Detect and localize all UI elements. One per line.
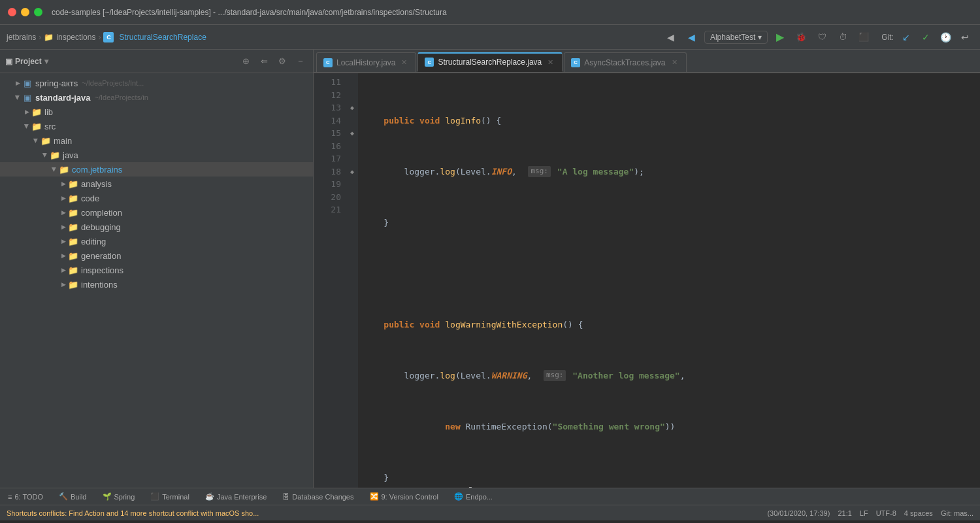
list-item[interactable]: ▶ 📁 main: [0, 133, 313, 148]
list-item[interactable]: ▶ ▣ standard-java ~/IdeaProjects/in: [0, 90, 313, 105]
maximize-button[interactable]: [34, 8, 42, 16]
settings-button[interactable]: ⚙: [275, 54, 289, 69]
code-content[interactable]: public void logInfo() { logger.log(Level…: [358, 73, 980, 488]
db-icon: 🗄: [282, 493, 289, 501]
sidebar-toolbar: ▣ Project ▾ ⊕ ⇐ ⚙ −: [0, 50, 313, 73]
tree-item-label: src: [44, 122, 56, 131]
tool-build-button[interactable]: 🔨 Build: [56, 491, 89, 502]
tree-item-label: generation: [81, 251, 121, 261]
code-line-13: }: [363, 216, 975, 229]
debug-button[interactable]: 🐞: [792, 29, 809, 46]
list-item[interactable]: ▶ 📁 intentions: [0, 277, 313, 292]
collapse-all-button[interactable]: ⇐: [257, 54, 271, 69]
tab-structural-search[interactable]: C StructuralSearchReplace.java ✕: [417, 52, 563, 72]
close-button[interactable]: [8, 8, 16, 16]
tab-close-button[interactable]: ✕: [399, 58, 409, 67]
tree-item-label: debugging: [81, 222, 121, 232]
list-item[interactable]: ▶ 📁 lib: [0, 105, 313, 119]
code-editor[interactable]: 11 12 13 14 15 16 17 18 19 20 21 ◆ ◆: [314, 73, 980, 488]
run-button[interactable]: ▶: [772, 29, 789, 46]
tree-item-label: code: [81, 194, 99, 203]
list-item[interactable]: ▶ 📁 generation: [0, 248, 313, 263]
tab-async-stack[interactable]: C AsyncStackTraces.java ✕: [564, 52, 686, 72]
list-item[interactable]: ▶ 📁 debugging: [0, 220, 313, 234]
tool-spring-button[interactable]: 🌱 Spring: [100, 491, 138, 502]
tree-arrow-icon: ▶: [59, 252, 68, 259]
tree-arrow-icon: ▶: [24, 122, 30, 131]
breadcrumb-inspections[interactable]: inspections: [56, 33, 95, 42]
gutter-mark: [346, 76, 358, 89]
git-icons: ↙ ✓ 🕐 ↩: [898, 29, 973, 46]
gutter-fold-icon[interactable]: ◆: [346, 101, 358, 114]
tree-arrow-icon: ▶: [33, 136, 39, 145]
tool-todo-button[interactable]: ≡ 6: TODO: [5, 492, 46, 502]
gutter-mark: [346, 89, 358, 102]
tab-close-button[interactable]: ✕: [670, 58, 679, 67]
tool-terminal-label: Terminal: [162, 493, 189, 501]
tree-item-label: main: [54, 136, 72, 146]
sidebar-title: ▣ Project ▾: [5, 57, 48, 66]
list-item[interactable]: ▶ 📁 completion: [0, 205, 313, 220]
run-config-dropdown[interactable]: AlphabetTest ▾: [704, 31, 768, 44]
list-item[interactable]: ▶ 📁 inspections: [0, 263, 313, 277]
profile-button[interactable]: ⏱: [834, 29, 851, 46]
minimize-button[interactable]: [21, 8, 29, 16]
tool-endpoint-button[interactable]: 🌐 Endpo...: [451, 491, 495, 502]
tab-label: LocalHistory.java: [336, 58, 395, 67]
gutter-mark: [346, 114, 358, 127]
tree-item-label: inspections: [81, 265, 123, 275]
line-numbers: 11 12 13 14 15 16 17 18 19 20 21: [314, 73, 346, 488]
folder-icon: ▣: [22, 92, 33, 103]
gutter-mark: [346, 178, 358, 191]
run-with-coverage-button[interactable]: 🛡: [813, 29, 830, 46]
code-line-15: public void logWarningWithException() {: [363, 318, 975, 331]
git-rollback-button[interactable]: ↩: [956, 29, 973, 46]
list-item[interactable]: ▶ 📁 src: [0, 119, 313, 133]
tab-close-button[interactable]: ✕: [546, 58, 555, 67]
tool-version-control-button[interactable]: 🔀 9: Version Control: [367, 491, 441, 502]
stop-button[interactable]: ⬛: [855, 29, 872, 46]
gutter-fold-icon[interactable]: ◆: [346, 127, 358, 140]
breadcrumb-class[interactable]: StructuralSearchReplace: [119, 33, 206, 42]
code-line-18: }: [363, 471, 975, 484]
list-item[interactable]: ▶ 📁 code: [0, 191, 313, 205]
tool-build-label: Build: [71, 493, 86, 501]
minimize-sidebar-button[interactable]: −: [293, 54, 308, 69]
list-item[interactable]: ▶ ▣ spring-aктs ~/IdeaProjects/Int...: [0, 76, 313, 90]
locate-file-button[interactable]: ⊕: [238, 54, 253, 69]
tree-arrow-icon: ▶: [14, 93, 21, 102]
tab-local-history[interactable]: C LocalHistory.java ✕: [316, 52, 416, 72]
git-update-button[interactable]: ↙: [898, 29, 915, 46]
git-push-button[interactable]: ✓: [917, 29, 934, 46]
list-item[interactable]: ▶ 📁 java: [0, 148, 313, 162]
list-item[interactable]: ▶ 📁 com.jetbrains: [0, 162, 313, 177]
folder-icon: 📁: [31, 121, 42, 131]
tree-item-label: editing: [81, 237, 106, 246]
status-warning-text[interactable]: Shortcuts conflicts: Find Action and 14 …: [7, 509, 259, 517]
breadcrumb-jetbrains[interactable]: jetbrains: [7, 33, 36, 42]
nav-forward-button[interactable]: ◀: [683, 29, 700, 46]
gutter-mark: [346, 203, 358, 216]
nav-back-button[interactable]: ◀: [662, 29, 679, 46]
tree-item-path: ~/IdeaProjects/in: [95, 93, 148, 101]
code-line-12: logger.log(Level.INFO, msg: "A log messa…: [363, 165, 975, 178]
gutter-fold-icon[interactable]: ◆: [346, 165, 358, 178]
git-history-button[interactable]: 🕐: [937, 29, 954, 46]
folder-icon: 📁: [31, 107, 42, 117]
tool-database-changes-button[interactable]: 🗄 Database Changes: [280, 492, 356, 502]
tree-item-label: java: [63, 150, 78, 160]
status-line-ending[interactable]: LF: [860, 509, 868, 517]
status-position[interactable]: 21:1: [838, 509, 851, 517]
sidebar-dropdown-icon[interactable]: ▾: [44, 57, 48, 66]
tree-item-label: analysis: [81, 179, 112, 189]
tab-class-icon: C: [425, 58, 434, 67]
breadcrumb-sep-2: ›: [98, 33, 101, 42]
tree-item-path: ~/IdeaProjects/Int...: [82, 79, 144, 87]
list-item[interactable]: ▶ 📁 editing: [0, 234, 313, 248]
status-encoding[interactable]: UTF-8: [876, 509, 896, 517]
tool-database-changes-label: Database Changes: [292, 493, 353, 501]
tool-java-enterprise-button[interactable]: ☕ Java Enterprise: [203, 491, 269, 502]
list-item[interactable]: ▶ 📁 analysis: [0, 177, 313, 191]
tool-terminal-button[interactable]: ⬛ Terminal: [148, 491, 192, 502]
status-indent[interactable]: 4 spaces: [904, 509, 933, 517]
